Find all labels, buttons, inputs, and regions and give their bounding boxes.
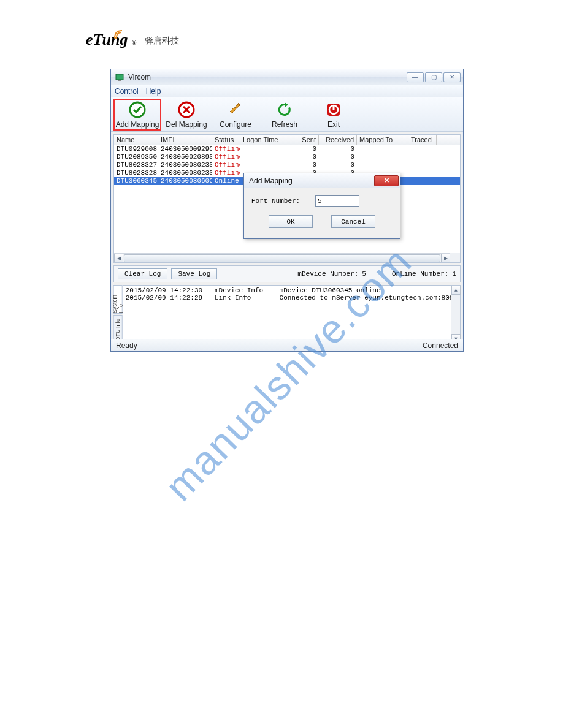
scroll-right-icon[interactable]: ▶	[441, 254, 450, 263]
side-tabs: System Info DTU Info	[113, 285, 123, 344]
status-left: Ready	[116, 341, 137, 350]
add-mapping-dialog: Add Mapping ✕ Port Number: OK Cancel	[243, 173, 400, 239]
svg-rect-7	[333, 105, 335, 110]
logo-signal-icon	[113, 27, 125, 39]
close-button[interactable]: ✕	[443, 72, 461, 82]
scroll-left-icon[interactable]: ◀	[114, 254, 123, 263]
svg-rect-2	[118, 80, 121, 81]
configure-icon	[226, 100, 245, 119]
log-v-scrollbar[interactable]: ▲ ▼	[451, 286, 460, 343]
h-scrollbar[interactable]: ◀ ▶	[114, 253, 450, 262]
svg-rect-1	[116, 74, 123, 80]
add-mapping-icon	[128, 100, 147, 119]
port-number-input[interactable]	[315, 195, 359, 207]
mid-panel: Clear Log Save Log mDevice Number: 5 OnL…	[113, 265, 461, 282]
del-mapping-label: Del Mapping	[166, 120, 207, 129]
configure-button[interactable]: Configure	[212, 99, 259, 131]
col-logon[interactable]: Logon Time	[240, 135, 293, 145]
refresh-icon	[275, 100, 294, 119]
add-mapping-label: Add Mapping	[116, 120, 159, 129]
scroll-corner	[450, 253, 460, 262]
company-name: 驿唐科技	[145, 36, 179, 49]
menu-help[interactable]: Help	[146, 87, 161, 96]
col-imei[interactable]: IMEI	[158, 135, 212, 145]
col-received[interactable]: Received	[319, 135, 357, 145]
del-mapping-icon	[177, 100, 196, 119]
table-header: Name IMEI Status Logon Time Sent Receive…	[114, 135, 460, 145]
exit-label: Exit	[327, 120, 340, 129]
etung-logo: eTung ®	[86, 31, 136, 49]
cancel-button[interactable]: Cancel	[331, 215, 375, 228]
dialog-close-button[interactable]: ✕	[374, 175, 399, 186]
scroll-up-icon[interactable]: ▲	[451, 286, 461, 295]
device-number-value: 5	[362, 270, 366, 278]
status-bar: Ready Connected	[111, 339, 463, 351]
add-mapping-button[interactable]: Add Mapping	[113, 99, 161, 131]
title-bar[interactable]: Vircom — ▢ ✕	[111, 69, 463, 85]
refresh-button[interactable]: Refresh	[261, 99, 308, 131]
exit-button[interactable]: Exit	[310, 99, 358, 131]
clear-log-button[interactable]: Clear Log	[118, 268, 167, 279]
menu-bar: Control Help	[111, 85, 463, 97]
scroll-thumb[interactable]	[124, 254, 440, 262]
del-mapping-button[interactable]: Del Mapping	[163, 99, 210, 131]
log-section: System Info DTU Info 2015/02/09 14:22:30…	[113, 285, 461, 344]
device-number-label: mDevice Number:	[297, 270, 358, 278]
col-sent[interactable]: Sent	[293, 135, 319, 145]
ok-button[interactable]: OK	[269, 215, 313, 228]
toolbar: Add Mapping Del Mapping Configure Refres…	[111, 97, 463, 132]
table-row[interactable]: DTU8023327240305008023SOffline00	[114, 161, 460, 169]
online-number-label: OnLine Number:	[392, 270, 448, 278]
configure-label: Configure	[220, 120, 251, 129]
table-row[interactable]: DTU0929008240305000929COffline00	[114, 145, 460, 153]
log-line: 2015/02/09 14:22:29 Link Info Connected …	[126, 294, 458, 301]
col-name[interactable]: Name	[114, 135, 158, 145]
tab-system-info[interactable]: System Info	[113, 285, 123, 314]
dialog-body: Port Number: OK Cancel	[244, 188, 400, 233]
doc-header: eTung ® 驿唐科技	[86, 31, 477, 53]
col-status[interactable]: Status	[212, 135, 240, 145]
port-number-label: Port Number:	[251, 197, 310, 205]
maximize-button[interactable]: ▢	[425, 72, 442, 82]
save-log-button[interactable]: Save Log	[171, 268, 217, 279]
online-number-value: 1	[452, 270, 456, 278]
col-mapped[interactable]: Mapped To	[357, 135, 408, 145]
table-row[interactable]: DTU2089350240305002089SOffline00	[114, 153, 460, 161]
log-line: 2015/02/09 14:22:30 mDevice Info mDevice…	[126, 287, 458, 294]
close-icon: ✕	[384, 176, 389, 184]
status-right: Connected	[423, 341, 458, 350]
window-title: Vircom	[128, 73, 407, 82]
log-area[interactable]: 2015/02/09 14:22:30 mDevice Info mDevice…	[123, 285, 461, 344]
minimize-button[interactable]: —	[407, 72, 424, 82]
refresh-label: Refresh	[272, 120, 297, 129]
app-icon	[115, 72, 124, 82]
col-traced[interactable]: Traced	[408, 135, 437, 145]
exit-icon	[324, 100, 343, 119]
svg-point-0	[115, 37, 117, 39]
dialog-title: Add Mapping	[249, 176, 293, 185]
dialog-title-bar[interactable]: Add Mapping ✕	[244, 173, 400, 188]
logo-registered: ®	[132, 39, 136, 46]
menu-control[interactable]: Control	[115, 87, 139, 96]
